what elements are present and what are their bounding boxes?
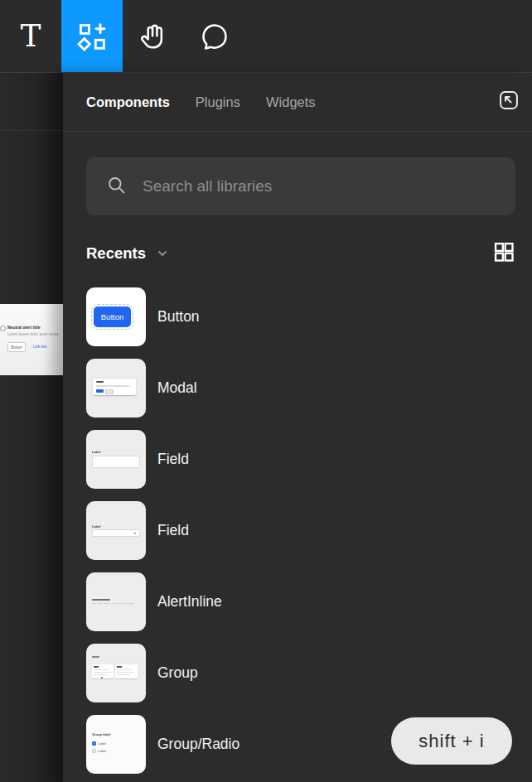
- component-item-field-select[interactable]: Label Field: [86, 501, 532, 560]
- search-icon: [105, 174, 128, 200]
- components-panel: Components Plugins Widgets Search all li…: [63, 73, 532, 782]
- component-label: AlertInline: [157, 593, 222, 611]
- popout-icon: [497, 89, 520, 115]
- search-placeholder: Search all libraries: [143, 177, 272, 196]
- radio-on-icon: [92, 741, 96, 746]
- popout-button[interactable]: [497, 89, 520, 115]
- alert-card-link: → Link text: [28, 345, 47, 349]
- component-thumbnail-button: Button: [86, 287, 146, 346]
- component-label: Modal: [157, 379, 197, 397]
- text-tool-icon: T: [21, 21, 41, 51]
- chevron-down-icon[interactable]: [156, 247, 169, 260]
- grid-view-icon: [492, 240, 515, 263]
- tab-components[interactable]: Components: [86, 94, 170, 110]
- radio-off-icon: [92, 749, 96, 753]
- component-thumbnail-modal: [86, 359, 146, 418]
- thumb-button-preview: Button: [94, 307, 131, 327]
- tab-widgets[interactable]: Widgets: [266, 94, 316, 110]
- component-thumbnail-group: [86, 644, 146, 702]
- canvas-alert-card: Neutral alert title Lorem ipsum dolor am…: [0, 304, 63, 375]
- comment-bubble-icon: [199, 21, 230, 52]
- component-label: Group/Radio: [157, 736, 239, 753]
- component-item-button[interactable]: Button Button: [86, 287, 532, 346]
- canvas-area[interactable]: Neutral alert title Lorem ipsum dolor am…: [0, 73, 63, 782]
- canvas-frame-edge: [0, 130, 63, 131]
- component-item-modal[interactable]: Modal: [86, 359, 532, 418]
- component-thumbnail-field-select: Label: [86, 501, 146, 560]
- component-list: Button Button Modal Label Field Label: [86, 287, 532, 774]
- component-item-alertinline[interactable]: AlertInline: [86, 572, 532, 631]
- assets-tool-button[interactable]: [61, 0, 123, 72]
- toolbar: T: [0, 0, 532, 73]
- component-thumbnail-group-radio: Group label Label Label: [86, 715, 146, 774]
- recents-title[interactable]: Recents: [86, 244, 146, 263]
- alert-card-title: Neutral alert title: [7, 325, 40, 330]
- alert-card-button: Button: [7, 342, 26, 352]
- search-input[interactable]: Search all libraries: [86, 157, 515, 215]
- shortcut-hint-badge: shift + i: [391, 717, 512, 765]
- tab-plugins[interactable]: Plugins: [196, 94, 240, 110]
- recents-header: Recents: [86, 242, 515, 264]
- component-label: Button: [157, 308, 200, 326]
- component-label: Group: [157, 664, 198, 682]
- panel-header: Components Plugins Widgets: [63, 73, 532, 132]
- component-label: Field: [157, 451, 189, 468]
- info-icon: [0, 326, 6, 331]
- hand-icon: [138, 21, 169, 52]
- panel-tabs: Components Plugins Widgets: [86, 94, 316, 110]
- component-thumbnail-alertinline: [86, 572, 146, 631]
- alert-card-body: Lorem ipsum dolor amet conse: [7, 332, 59, 336]
- grid-view-button[interactable]: [492, 240, 515, 267]
- assets-icon: [75, 20, 109, 53]
- component-label: Field: [157, 522, 189, 539]
- component-item-field[interactable]: Label Field: [86, 430, 532, 489]
- text-tool-button[interactable]: T: [0, 0, 61, 72]
- component-thumbnail-field: Label: [86, 430, 146, 489]
- hand-tool-button[interactable]: [123, 0, 184, 72]
- comment-tool-button[interactable]: [184, 0, 245, 72]
- component-item-group[interactable]: Group: [86, 644, 532, 702]
